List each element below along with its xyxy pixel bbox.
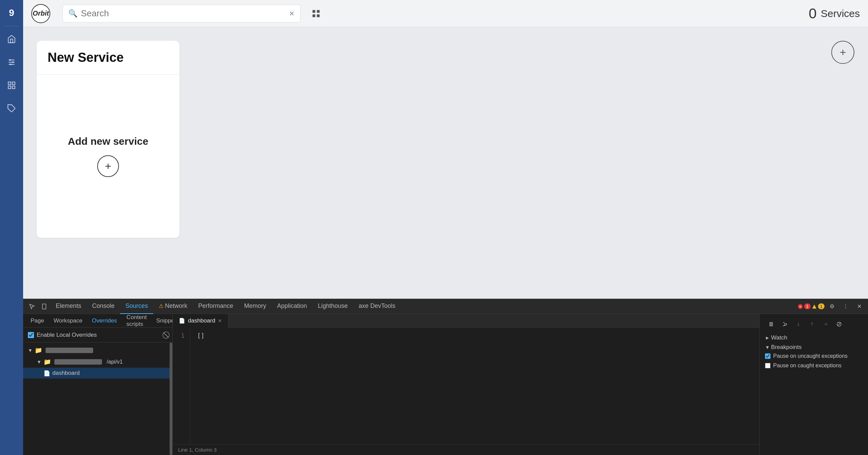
devtools-inspect-icon[interactable] [26,300,38,313]
file-tree-scrollbar[interactable] [170,343,172,455]
pause-uncaught-checkbox[interactable] [765,353,770,359]
tab-memory[interactable]: Memory [239,299,272,314]
tab-sources[interactable]: Sources [120,299,153,314]
network-warn-icon: ⚠ [159,303,163,309]
svg-text:✕: ✕ [799,305,802,308]
sidebar-item-tag[interactable] [0,97,23,120]
tree-item-root[interactable]: ▼ 📁 [23,345,172,356]
orbit-logo: Orbit [31,4,50,23]
devtools-device-icon[interactable] [38,300,50,313]
svg-rect-6 [8,82,11,85]
card-header: New Service [37,41,179,75]
tab-performance[interactable]: Performance [193,299,239,314]
sidebar: 9 [0,0,23,455]
pause-caught-checkbox[interactable] [765,363,770,368]
devtools-toolbar: ✕ 1 1 ⚙ ⋮ ✕ [798,300,865,313]
svg-rect-12 [317,10,319,13]
add-service-button[interactable]: + [97,155,119,177]
svg-rect-21 [771,322,772,326]
svg-rect-15 [42,304,46,309]
watch-label: Watch [771,334,787,341]
sidebar-number: 9 [9,0,14,24]
svg-point-5 [10,64,12,65]
tree-label-root-blurred [46,348,93,353]
pause-caught-label: Pause on caught exceptions [773,363,841,369]
devtools-subtabs: Page Workspace Overrides Content scripts [23,314,172,328]
new-service-card: New Service Add new service + [37,41,179,238]
enable-overrides-label: Enable Local Overrides [37,332,97,338]
debug-step-out-icon[interactable] [806,318,818,330]
tree-arrow-root: ▼ [28,348,33,353]
api-path-suffix: /api/v1 [107,359,123,365]
tab-console[interactable]: Console [87,299,120,314]
status-text: Line 1, Column 3 [178,447,216,453]
sidebar-item-home[interactable] [0,28,23,51]
devtools-file-panel: Page Workspace Overrides Content scripts [23,314,173,455]
enable-overrides-row: Enable Local Overrides ⃠ [23,328,172,343]
search-bar: 🔍 ✕ [63,5,300,22]
devtools-settings-icon[interactable]: ⚙ [826,300,838,313]
sidebar-item-adjustments[interactable] [0,51,23,74]
breakpoints-header[interactable]: ▼ Breakpoints [765,344,863,351]
folder-icon-root: 📁 [35,347,42,354]
tab-application[interactable]: Application [272,299,312,314]
breakpoints-section: ▼ Breakpoints Pause on uncaught exceptio… [765,344,863,370]
logo-area: Orbit [31,4,50,23]
tree-label-dashboard: dashboard [52,370,80,377]
error-badge: ✕ 1 [798,303,811,309]
devtools-body: Page Workspace Overrides Content scripts [23,314,868,455]
editor-tab-dashboard[interactable]: 📄 dashboard ✕ [173,314,228,328]
svg-line-26 [838,323,840,326]
watch-header[interactable]: ► Watch [765,334,863,341]
svg-point-4 [12,62,14,63]
debug-step-over-icon[interactable] [779,318,791,330]
sidebar-divider [5,26,18,26]
tab-lighthouse[interactable]: Lighthouse [312,299,353,314]
editor-statusbar: Line 1, Column 3 [173,444,759,455]
tree-item-api[interactable]: ▼ 📁 /api/v1 [23,356,172,368]
subtab-content-scripts[interactable]: Content scripts [122,314,152,328]
svg-rect-13 [313,14,315,17]
enable-overrides-checkbox[interactable] [28,332,34,338]
grid-view-icon[interactable] [307,5,325,22]
tab-network[interactable]: ⚠ Network [153,299,193,314]
line-numbers: 1 [173,328,190,444]
search-input[interactable] [81,8,285,19]
tree-item-dashboard[interactable]: 📄 dashboard [23,368,172,379]
debug-step-into-icon[interactable] [792,318,804,330]
svg-rect-14 [317,14,319,17]
breakpoints-label: Breakpoints [771,344,802,351]
folder-icon-api: 📁 [44,358,51,366]
devtools-close-icon[interactable]: ✕ [853,300,865,313]
devtools-tabs: Elements Console Sources ⚠ Network Perfo… [23,299,868,314]
debug-pause-icon[interactable] [765,318,777,330]
subtab-page[interactable]: Page [26,314,49,328]
fab-add-button[interactable]: + [831,41,854,64]
svg-rect-8 [8,86,11,89]
sidebar-item-chart[interactable] [0,74,23,97]
svg-rect-7 [12,82,15,85]
breakpoints-arrow: ▼ [765,345,770,350]
tab-axe-devtools[interactable]: axe DevTools [353,299,401,314]
svg-rect-9 [12,86,15,89]
svg-marker-19 [812,304,816,308]
code-area[interactable]: [] [190,328,759,444]
devtools-more-icon[interactable]: ⋮ [839,300,852,313]
search-clear-icon[interactable]: ✕ [289,10,295,18]
editor-tab-close[interactable]: ✕ [218,318,222,323]
debug-deactivate-icon[interactable] [833,318,845,330]
debug-step-icon[interactable] [819,318,832,330]
svg-rect-20 [770,322,771,326]
main-content: New Service Add new service + + [23,27,868,299]
svg-point-3 [10,59,11,60]
tab-elements[interactable]: Elements [50,299,87,314]
subtab-workspace[interactable]: Workspace [49,314,87,328]
editor-tabs: 📄 dashboard ✕ [173,314,759,328]
pause-uncaught-row: Pause on uncaught exceptions [765,352,863,360]
svg-rect-11 [313,10,315,13]
warn-badge: 1 [812,303,824,309]
devtools-panel: Elements Console Sources ⚠ Network Perfo… [23,299,868,455]
services-count: 0 Services [809,5,860,22]
subtab-overrides[interactable]: Overrides [87,314,122,328]
file-icon-dashboard: 📄 [44,370,50,377]
